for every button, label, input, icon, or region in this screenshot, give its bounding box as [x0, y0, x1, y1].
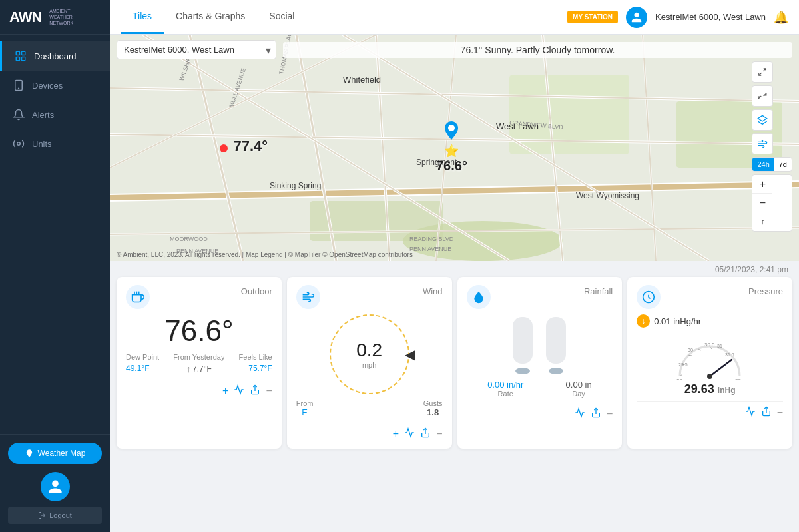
feels-like-value: 75.7°F: [248, 364, 272, 374]
outdoor-values: 49.1°F ↑ 7.7°F 75.7°F: [126, 364, 272, 374]
sidebar-item-devices[interactable]: Devices: [0, 71, 110, 100]
tab-charts[interactable]: Charts & Graphs: [164, 0, 257, 34]
tiles-row: Outdoor 76.6° Dew Point From Yesterday F…: [114, 277, 795, 449]
pressure-chart-button[interactable]: [745, 406, 756, 419]
dew-point-value: 49.1°F: [126, 364, 149, 374]
tab-social[interactable]: Social: [257, 0, 306, 34]
svg-text:29: 29: [676, 378, 682, 380]
pressure-change: 0.01 inHg/hr: [654, 316, 701, 326]
bell-icon[interactable]: 🔔: [774, 10, 788, 25]
from-yesterday-label: From Yesterday: [173, 353, 224, 361]
devices-icon: [12, 79, 25, 92]
feels-like-label: Feels Like: [239, 353, 272, 361]
collapse-icon[interactable]: [752, 85, 773, 107]
svg-text:31: 31: [717, 344, 722, 348]
red-dot-icon: [220, 144, 228, 152]
rainfall-title: Rainfall: [584, 286, 613, 296]
place-label-west-lawn: West Lawn: [496, 121, 539, 131]
outdoor-chart-button[interactable]: [234, 384, 244, 398]
expand-icon[interactable]: [752, 61, 773, 83]
pressure-share-button[interactable]: [761, 406, 772, 419]
map-controls: 24h 7d + − ↑: [752, 61, 792, 232]
station-name: KestrelMet 6000, West Lawn: [655, 12, 766, 22]
svg-point-47: [448, 125, 455, 131]
user-avatar: [41, 472, 70, 501]
sidebar-item-alerts[interactable]: Alerts: [0, 100, 110, 129]
wind-compass: 0.2 mph ◀: [296, 314, 443, 394]
outdoor-share-button[interactable]: [250, 384, 260, 398]
zoom-controls: + − ↑: [752, 174, 792, 232]
topnav-right: MY STATION KestrelMet 6000, West Lawn 🔔: [567, 7, 788, 28]
svg-rect-0: [16, 52, 19, 55]
dashboard-icon: [14, 49, 27, 63]
weather-map-label: Weather Map: [38, 449, 86, 458]
location-select-wrapper: KestrelMet 6000, West Lawn ▾: [117, 40, 276, 59]
rainfall-tile-footer: −: [467, 403, 613, 421]
topnav: Tiles Charts & Graphs Social MY STATION …: [110, 0, 799, 35]
pressure-remove-button[interactable]: −: [777, 407, 783, 419]
tile-pressure: Pressure ↓ 0.01 inHg/hr: [627, 277, 792, 449]
outdoor-add-button[interactable]: +: [222, 385, 228, 397]
alerts-icon: [12, 108, 25, 121]
map-temp-2: 76.6°: [436, 158, 467, 173]
rain-rate-label: Rate: [487, 390, 523, 398]
wind-from-label: From: [296, 399, 314, 407]
logo-box: AWN: [9, 9, 41, 26]
tab-tiles[interactable]: Tiles: [121, 0, 164, 34]
time-7d[interactable]: 7d: [774, 158, 792, 171]
wind-share-button[interactable]: [420, 427, 431, 441]
sidebar-item-label: Devices: [32, 81, 63, 91]
place-label-whitefield: Whitefield: [343, 75, 381, 85]
logout-button[interactable]: Logout: [8, 507, 102, 524]
outdoor-temperature: 76.6°: [126, 314, 272, 348]
rain-day-label: Day: [566, 390, 592, 398]
sidebar: AWN AMBIENTWEATHERNETWORK Dashboard: [0, 0, 110, 532]
wind-add-button[interactable]: +: [393, 428, 399, 440]
layers-icon[interactable]: [752, 109, 773, 131]
svg-text:29.5: 29.5: [678, 362, 688, 367]
wind-from-value: E: [296, 407, 314, 417]
time-24h[interactable]: 24h: [752, 158, 774, 171]
rainfall-chart-button[interactable]: [575, 407, 585, 421]
zoom-out-button[interactable]: −: [752, 194, 772, 212]
sidebar-item-units[interactable]: Units: [0, 129, 110, 158]
pressure-icon-circle: [637, 285, 661, 309]
wind-from-gusts: From E Gusts 1.8: [296, 399, 443, 417]
location-select[interactable]: KestrelMet 6000, West Lawn: [117, 40, 276, 59]
map-temp-1: 77.4°: [233, 138, 268, 154]
weather-summary: 76.1° Sunny. Partly Cloudy tomorrow.: [283, 42, 792, 58]
outdoor-title: Outdoor: [241, 286, 272, 296]
wind-chart-button[interactable]: [404, 427, 415, 441]
logout-label: Logout: [49, 511, 72, 519]
from-yesterday-value: ↑ 7.7°F: [186, 364, 212, 374]
sidebar-item-label: Units: [32, 139, 52, 149]
svg-point-6: [17, 142, 21, 146]
place-label-west-wyomissing: West Wyomissing: [576, 191, 639, 200]
my-station-badge: MY STATION: [567, 11, 618, 23]
time-toggle: 24h 7d: [752, 157, 792, 172]
rain-bars: [467, 314, 613, 374]
gauge-wrap: 29 30.5 32 29.5 31.5 30 31: [637, 333, 783, 380]
wind-gusts-label: Gusts: [423, 399, 443, 407]
compass-reset-button[interactable]: ↑: [752, 212, 772, 231]
rain-bar-day: [546, 317, 566, 374]
tiles-area: 05/21/2023, 2:41 pm Outdoor 76.6° Dew Po…: [110, 261, 799, 532]
zoom-in-button[interactable]: +: [752, 175, 772, 194]
pressure-indicator: ↓ 0.01 inHg/hr: [637, 314, 783, 328]
wind-tile-footer: + −: [296, 423, 443, 441]
rainfall-share-button[interactable]: [591, 407, 601, 421]
svg-text:PENN AVENUE: PENN AVENUE: [409, 246, 451, 252]
sidebar-item-dashboard[interactable]: Dashboard: [0, 41, 110, 71]
logo-text: AWN: [9, 9, 41, 26]
sidebar-nav: Dashboard Devices Alerts: [0, 35, 110, 434]
tile-outdoor-header: Outdoor: [126, 285, 272, 309]
wind-icon[interactable]: [752, 133, 773, 154]
wind-remove-button[interactable]: −: [436, 428, 442, 440]
rainfall-remove-button[interactable]: −: [607, 408, 613, 420]
pressure-tile-footer: −: [637, 401, 783, 419]
svg-text:MOORWOOD: MOORWOOD: [170, 236, 208, 242]
outdoor-remove-button[interactable]: −: [266, 385, 272, 397]
compass-outer: 0.2 mph: [330, 314, 409, 394]
weather-map-button[interactable]: Weather Map: [8, 443, 102, 464]
svg-marker-50: [758, 115, 767, 121]
